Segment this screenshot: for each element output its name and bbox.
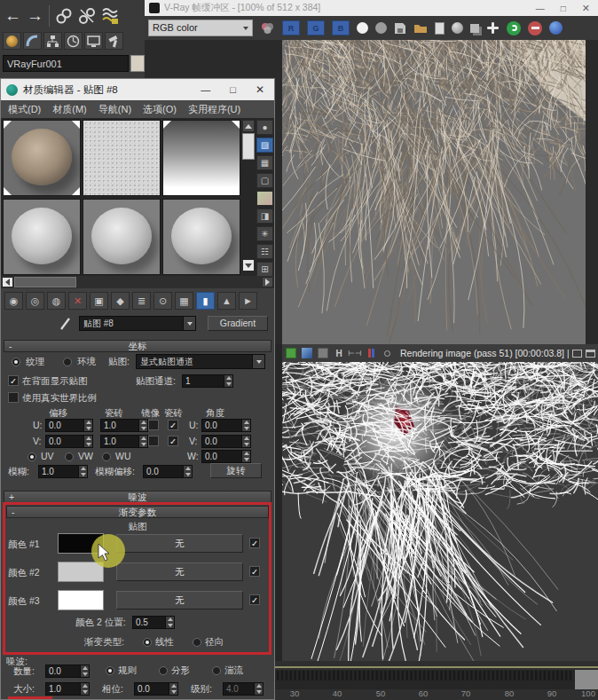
- vfb-title-bar[interactable]: V-Ray 帧缓冲区 - [100% of 512 x 384] — □ ✕: [145, 0, 598, 16]
- vfb-mono-button[interactable]: [375, 22, 387, 34]
- sample-slot-5[interactable]: [83, 199, 161, 275]
- color1-enable-checkbox[interactable]: ✓: [249, 538, 260, 548]
- display-tab-icon[interactable]: [84, 32, 103, 50]
- environment-radio[interactable]: [63, 358, 72, 366]
- background-icon[interactable]: ▨: [256, 138, 273, 153]
- uv-radio[interactable]: [28, 452, 36, 461]
- letter-h-icon[interactable]: H: [333, 347, 345, 359]
- go-to-parent-icon[interactable]: ▲: [217, 292, 236, 310]
- noise-rollout-header[interactable]: +噪波: [4, 491, 271, 503]
- u-offset-field[interactable]: 0.0: [45, 419, 93, 432]
- vfb-sphere-button[interactable]: [452, 22, 463, 34]
- frame-buffer-icon[interactable]: [317, 347, 329, 359]
- radial-radio[interactable]: [193, 638, 201, 647]
- spinner[interactable]: [241, 420, 250, 431]
- menu-options[interactable]: 选项(O): [143, 103, 177, 116]
- window2-icon[interactable]: [586, 350, 595, 358]
- vfb-clipboard-button[interactable]: [435, 22, 445, 35]
- noise-amount-field[interactable]: 0.0: [45, 665, 90, 678]
- sample-slot-6[interactable]: [162, 199, 240, 275]
- noise-regular-radio[interactable]: [106, 666, 114, 675]
- assign-material-icon[interactable]: ◍: [47, 292, 66, 310]
- compare-icon[interactable]: ⊢⊣: [349, 347, 361, 359]
- slots-scroll-down-button[interactable]: [242, 259, 255, 271]
- put-material-to-scene-icon[interactable]: ◎: [26, 292, 44, 310]
- mapping-select[interactable]: 显式贴图通道: [136, 354, 265, 369]
- pick-material-eyedropper-icon[interactable]: [59, 317, 72, 331]
- vfb-red-channel-button[interactable]: R: [282, 20, 300, 35]
- noise-size-field[interactable]: 1.0: [45, 682, 90, 696]
- chevron-down-icon[interactable]: [252, 355, 264, 368]
- blur-offset-field[interactable]: 0.0: [143, 465, 193, 478]
- slots-scroll-up-button[interactable]: [242, 120, 255, 132]
- noise-turbulence-radio[interactable]: [212, 666, 221, 675]
- vfb-save-image-button[interactable]: [394, 22, 406, 35]
- u-tile-checkbox[interactable]: ✓: [168, 420, 178, 430]
- v-tile-checkbox[interactable]: ✓: [168, 436, 178, 446]
- spinner[interactable]: [165, 617, 174, 628]
- vw-radio[interactable]: [65, 452, 74, 461]
- spinner[interactable]: [138, 420, 147, 431]
- chevron-down-icon[interactable]: [183, 317, 195, 330]
- sample-slot-4[interactable]: [3, 199, 81, 275]
- map-type-button[interactable]: Gradient: [208, 316, 268, 331]
- window-icon[interactable]: [572, 350, 582, 358]
- vfb-maximize-button[interactable]: □: [561, 4, 566, 13]
- noise-fractal-radio[interactable]: [159, 666, 168, 675]
- material-id-channel-icon[interactable]: ⊙: [153, 292, 172, 310]
- circle-icon[interactable]: [381, 347, 393, 359]
- undo-icon[interactable]: ←: [4, 6, 21, 26]
- spinner[interactable]: [241, 451, 250, 462]
- vfb-load-image-button[interactable]: [413, 22, 428, 34]
- get-material-icon[interactable]: ◉: [4, 292, 23, 310]
- coordinates-rollout-header[interactable]: -坐标: [4, 340, 271, 352]
- spinner[interactable]: [169, 683, 177, 695]
- spinner[interactable]: [183, 466, 192, 477]
- vfb-close-button[interactable]: ✕: [582, 3, 590, 14]
- vfb-track-mouse-button[interactable]: [486, 21, 500, 35]
- u-tiling-field[interactable]: 1.0: [100, 419, 148, 432]
- gradient-params-rollout-header[interactable]: -渐变参数: [6, 506, 269, 518]
- time-ruler[interactable]: [275, 670, 598, 689]
- vfb-stop-button[interactable]: [528, 21, 542, 35]
- blur-field[interactable]: 1.0: [38, 465, 88, 478]
- me-close-button[interactable]: ✕: [256, 83, 264, 96]
- motion-tab-icon[interactable]: [64, 32, 83, 50]
- color-check-icon[interactable]: [256, 191, 273, 206]
- menu-mode[interactable]: 模式(D): [8, 103, 41, 116]
- material-editor-title-bar[interactable]: 材质编辑器 - 贴图 #8 — □ ✕: [1, 79, 274, 100]
- menu-navigation[interactable]: 导航(N): [98, 103, 131, 116]
- vfb-duplicate-button[interactable]: [470, 24, 479, 33]
- u-angle-field[interactable]: 0.0: [201, 419, 251, 432]
- spinner[interactable]: [83, 436, 92, 447]
- slots-hscrollbar[interactable]: [1, 276, 274, 288]
- me-maximize-button[interactable]: □: [230, 84, 236, 95]
- put-to-library-icon[interactable]: ≣: [132, 292, 151, 310]
- color2-map-button[interactable]: 无: [116, 562, 243, 581]
- rotate-button[interactable]: 旋转: [210, 463, 262, 478]
- noise-phase-field[interactable]: 0.0: [134, 682, 178, 696]
- reset-map-icon[interactable]: ✕: [68, 292, 87, 310]
- v-angle-field[interactable]: 0.0: [201, 435, 251, 448]
- make-material-copy-icon[interactable]: ▣: [90, 292, 108, 310]
- spinner[interactable]: [80, 683, 89, 695]
- modify-tab-icon[interactable]: [23, 32, 42, 50]
- map-name-combo[interactable]: 贴图 #8: [79, 316, 196, 331]
- utilities-tab-icon[interactable]: [105, 32, 123, 50]
- wu-radio[interactable]: [102, 452, 111, 461]
- modifier-name-input[interactable]: [3, 55, 129, 72]
- select-and-link-icon[interactable]: [55, 7, 73, 25]
- linear-radio[interactable]: [143, 638, 152, 647]
- spinner[interactable]: [80, 665, 89, 677]
- v-mirror-checkbox[interactable]: [148, 436, 159, 446]
- v-tiling-field[interactable]: 1.0: [100, 435, 148, 448]
- show-end-result-icon[interactable]: ▮: [196, 292, 215, 310]
- color1-map-button[interactable]: 无: [116, 534, 243, 553]
- vfb-rgb-channels-icon[interactable]: [260, 21, 275, 35]
- pattern-icon[interactable]: ▦: [256, 155, 273, 170]
- color2-enable-checkbox[interactable]: ✓: [249, 566, 260, 577]
- create-tab-icon[interactable]: [3, 32, 21, 50]
- vfb-minimize-button[interactable]: —: [536, 4, 545, 13]
- spinner[interactable]: [83, 420, 92, 431]
- color2-swatch[interactable]: [58, 562, 104, 582]
